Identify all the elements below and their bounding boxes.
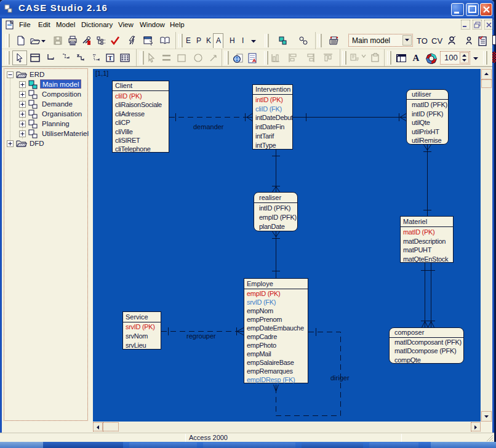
svg-text:A: A [413,53,420,63]
svg-text:T: T [108,55,113,62]
